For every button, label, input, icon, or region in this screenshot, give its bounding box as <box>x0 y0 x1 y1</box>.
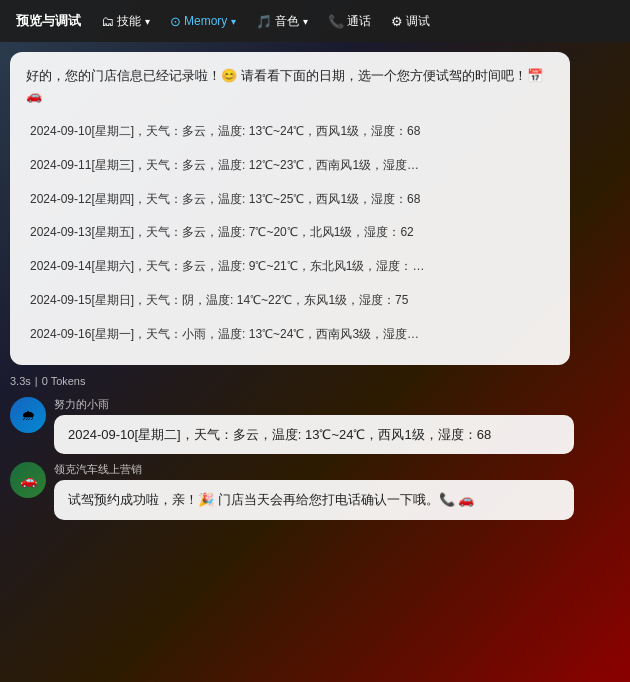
date-item-3[interactable]: 2024-09-13[星期五]，天气：多云，温度: 7℃~20℃，北风1级，湿度… <box>26 216 554 250</box>
user-message-bubble: 2024-09-10[星期二]，天气：多云，温度: 13℃~24℃，西风1级，湿… <box>54 415 574 455</box>
date-item-5[interactable]: 2024-09-15[星期日]，天气：阴，温度: 14℃~22℃，东风1级，湿度… <box>26 284 554 318</box>
memory-icon: ⊙ <box>170 14 181 29</box>
user-message-container: 努力的小雨 2024-09-10[星期二]，天气：多云，温度: 13℃~24℃，… <box>54 397 620 455</box>
bot-sender-name: 领克汽车线上营销 <box>54 462 620 477</box>
tokens-info-row: 3.3s | 0 Tokens <box>10 373 620 389</box>
nav-memory-label: Memory <box>184 14 227 28</box>
tokens-separator: | <box>35 375 38 387</box>
nav-item-memory[interactable]: ⊙ Memory ▾ <box>162 10 244 33</box>
date-item-0[interactable]: 2024-09-10[星期二]，天气：多云，温度: 13℃~24℃，西风1级，湿… <box>26 115 554 149</box>
user-avatar-icon: 🌧 <box>12 399 44 431</box>
nav-call-label: 通话 <box>347 13 371 30</box>
debug-icon: ⚙ <box>391 14 403 29</box>
date-list: 2024-09-10[星期二]，天气：多云，温度: 13℃~24℃，西风1级，湿… <box>26 115 554 351</box>
chevron-down-icon-voice: ▾ <box>303 16 308 27</box>
chevron-down-icon-memory: ▾ <box>231 16 236 27</box>
date-item-4[interactable]: 2024-09-14[星期六]，天气：多云，温度: 9℃~21℃，东北风1级，湿… <box>26 250 554 284</box>
chevron-down-icon: ▾ <box>145 16 150 27</box>
main-content: 好的，您的门店信息已经记录啦！😊 请看看下面的日期，选一个您方便试驾的时间吧！📅… <box>0 42 630 682</box>
date-item-2[interactable]: 2024-09-12[星期四]，天气：多云，温度: 13℃~25℃，西风1级，湿… <box>26 183 554 217</box>
response-time: 3.3s <box>10 375 31 387</box>
tokens-count: 0 Tokens <box>42 375 86 387</box>
call-icon: 📞 <box>328 14 344 29</box>
nav-item-skills[interactable]: 🗂 技能 ▾ <box>93 9 158 34</box>
date-item-6[interactable]: 2024-09-16[星期一]，天气：小雨，温度: 13℃~24℃，西南风3级，… <box>26 318 554 351</box>
skills-icon: 🗂 <box>101 14 114 29</box>
date-item-1[interactable]: 2024-09-11[星期三]，天气：多云，温度: 12℃~23℃，西南风1级，… <box>26 149 554 183</box>
nav-voice-label: 音色 <box>275 13 299 30</box>
bot-message-bubble: 试驾预约成功啦，亲！🎉 门店当天会再给您打电话确认一下哦。📞 🚗 <box>54 480 574 520</box>
navbar: 预览与调试 🗂 技能 ▾ ⊙ Memory ▾ 🎵 音色 ▾ 📞 通话 ⚙ 调试 <box>0 0 630 42</box>
nav-item-call[interactable]: 📞 通话 <box>320 9 379 34</box>
bot-avatar: 🚗 <box>10 462 46 498</box>
assistant-header-text: 好的，您的门店信息已经记录啦！😊 请看看下面的日期，选一个您方便试驾的时间吧！📅… <box>26 66 554 105</box>
nav-item-debug[interactable]: ⚙ 调试 <box>383 9 438 34</box>
user-avatar: 🌧 <box>10 397 46 433</box>
nav-item-voice[interactable]: 🎵 音色 ▾ <box>248 9 316 34</box>
bot-message-row: 🚗 领克汽车线上营销 试驾预约成功啦，亲！🎉 门店当天会再给您打电话确认一下哦。… <box>10 462 620 520</box>
user-message-row: 🌧 努力的小雨 2024-09-10[星期二]，天气：多云，温度: 13℃~24… <box>10 397 620 455</box>
user-sender-name: 努力的小雨 <box>54 397 620 412</box>
nav-skills-label: 技能 <box>117 13 141 30</box>
nav-brand: 预览与调试 <box>8 12 89 30</box>
voice-icon: 🎵 <box>256 14 272 29</box>
assistant-date-bubble: 好的，您的门店信息已经记录啦！😊 请看看下面的日期，选一个您方便试驾的时间吧！📅… <box>10 52 570 365</box>
bot-message-container: 领克汽车线上营销 试驾预约成功啦，亲！🎉 门店当天会再给您打电话确认一下哦。📞 … <box>54 462 620 520</box>
bot-avatar-icon: 🚗 <box>12 464 44 496</box>
nav-debug-label: 调试 <box>406 13 430 30</box>
